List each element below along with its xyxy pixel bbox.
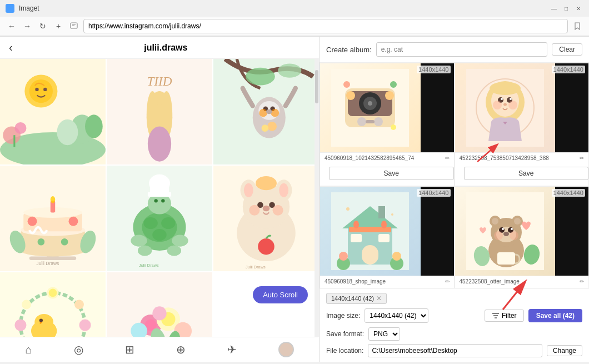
grid-item[interactable]: Julii Draws [107, 166, 212, 271]
imaget-panel: Create album: Clear [320, 37, 589, 362]
profile-avatar[interactable] [278, 342, 294, 357]
insta-back-button[interactable]: ‹ [9, 41, 13, 54]
svg-point-74 [244, 183, 253, 197]
image-black-bar-2 [555, 63, 588, 152]
tag-label: 1440x1440 (42) [331, 295, 374, 302]
image-filename-4: 452232508_otter_image [460, 278, 578, 285]
change-button[interactable]: Change [547, 345, 582, 356]
file-location-label: File location: [326, 347, 363, 355]
grid-item[interactable] [0, 59, 106, 164]
svg-point-94 [22, 300, 31, 310]
tag-remove-button[interactable]: ✕ [376, 295, 382, 302]
title-bar: Imaget — □ ✕ [0, 0, 589, 17]
image-preview-3[interactable] [320, 187, 421, 276]
svg-point-67 [167, 246, 181, 256]
image-card-footer-2: 452232508_753850713428958_388 ✏ [455, 152, 589, 163]
svg-point-108 [152, 306, 166, 320]
edit-icon-4[interactable]: ✏ [580, 278, 584, 285]
filter-button[interactable]: Filter [485, 310, 524, 322]
svg-point-150 [381, 221, 387, 228]
save-all-button[interactable]: Save all (42) [528, 309, 582, 322]
svg-point-163 [502, 228, 504, 230]
svg-point-97 [39, 318, 43, 322]
svg-point-30 [259, 109, 267, 117]
image-size-label: Image size: [326, 312, 360, 320]
save-button-1[interactable]: Save [329, 167, 454, 180]
svg-point-33 [267, 122, 277, 131]
svg-point-14 [85, 114, 103, 138]
image-black-bar-1 [421, 63, 454, 152]
grid-item[interactable] [107, 272, 212, 337]
new-tab-button[interactable]: + [52, 20, 64, 32]
messages-icon[interactable]: ✈ [227, 343, 237, 356]
svg-point-152 [391, 213, 393, 216]
svg-rect-141 [351, 234, 362, 242]
svg-rect-0 [7, 6, 13, 11]
format-row: Save format: PNG [326, 327, 582, 341]
edit-icon-3[interactable]: ✏ [445, 278, 450, 285]
svg-point-167 [510, 231, 518, 240]
address-icon [68, 20, 80, 32]
svg-point-80 [263, 206, 270, 212]
album-input[interactable] [376, 42, 548, 57]
save-button-2[interactable]: Save [464, 167, 589, 180]
image-card-2: 1440x1440 452232508_753850713428958_388 … [455, 63, 590, 186]
svg-point-57 [152, 229, 166, 241]
image-black-bar-3 [421, 187, 454, 276]
instagram-panel: ‹ julii.draws [0, 37, 320, 362]
svg-point-24 [246, 68, 275, 86]
svg-point-82 [256, 176, 277, 190]
image-size-badge-2: 1440x1440 [552, 66, 585, 73]
svg-point-118 [385, 91, 394, 100]
grid-item[interactable]: TIID [107, 59, 212, 164]
scroll-track[interactable] [315, 59, 319, 337]
maximize-button[interactable]: □ [561, 3, 571, 13]
svg-point-137 [503, 103, 507, 106]
svg-point-149 [353, 221, 359, 228]
format-select[interactable]: PNG [368, 327, 400, 341]
svg-point-166 [494, 231, 503, 240]
svg-point-32 [266, 109, 272, 114]
scroll-thumb[interactable] [315, 70, 318, 103]
svg-rect-144 [378, 206, 385, 218]
grid-item[interactable]: Julii Draws [0, 166, 106, 271]
explore-icon[interactable]: ◎ [74, 343, 83, 356]
image-size-badge-1: 1440x1440 [417, 66, 450, 73]
refresh-button[interactable]: ↻ [37, 20, 49, 32]
reels-icon[interactable]: ⊞ [125, 343, 134, 356]
svg-point-88 [74, 300, 84, 310]
grid-item[interactable]: julii.draws [0, 272, 106, 337]
grid-item[interactable]: Julii Draws [213, 166, 319, 271]
bookmark-icon[interactable] [571, 20, 583, 32]
image-preview-4[interactable] [455, 187, 556, 276]
image-card-footer-4: 452232508_otter_image ✏ [455, 276, 589, 287]
svg-point-135 [493, 101, 502, 109]
svg-point-15 [57, 119, 78, 145]
file-location-input[interactable] [368, 344, 542, 357]
back-button[interactable]: ← [6, 20, 18, 32]
forward-button[interactable]: → [21, 20, 33, 32]
svg-text:Julii Draws: Julii Draws [36, 261, 59, 266]
edit-icon-1[interactable]: ✏ [445, 155, 450, 161]
image-preview-1[interactable] [320, 63, 421, 152]
home-icon[interactable]: ⌂ [25, 343, 32, 356]
svg-point-159 [514, 218, 521, 225]
window-controls: — □ ✕ [549, 3, 583, 13]
image-preview-2[interactable] [455, 63, 556, 152]
svg-point-46 [69, 217, 78, 226]
edit-icon-2[interactable]: ✏ [580, 155, 584, 161]
clear-button[interactable]: Clear [552, 43, 582, 56]
auto-scroll-button[interactable]: Auto Scroll [253, 286, 308, 303]
svg-point-34 [262, 124, 269, 132]
svg-rect-168 [497, 252, 515, 265]
close-button[interactable]: ✕ [573, 3, 583, 13]
image-size-select[interactable]: 1440x1440 (42) [365, 308, 428, 323]
minimize-button[interactable]: — [549, 3, 559, 13]
image-card-footer-3: 450960918_shop_image ✏ [320, 276, 454, 287]
profile-name: julii.draws [22, 43, 310, 53]
create-icon[interactable]: ⊕ [176, 343, 186, 356]
grid-item[interactable] [213, 59, 319, 164]
address-bar[interactable] [83, 19, 568, 33]
image-filename-2: 452232508_753850713428958_388 [460, 155, 578, 161]
nav-bar: ← → ↻ + [0, 17, 589, 36]
